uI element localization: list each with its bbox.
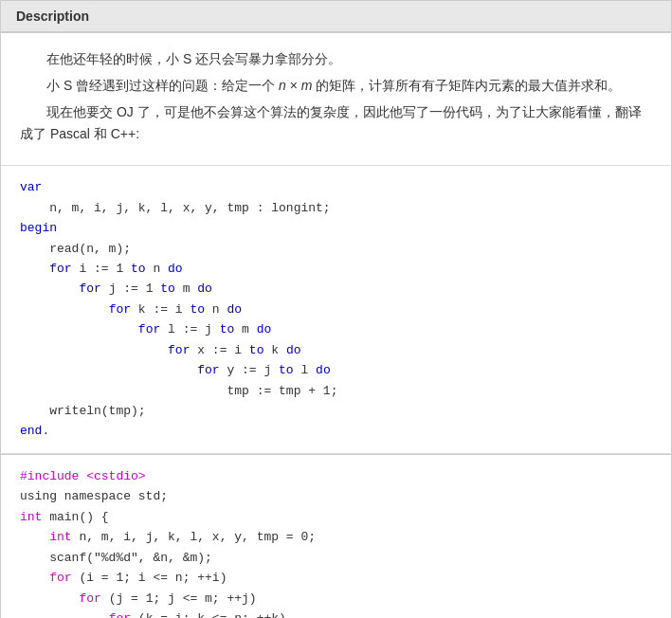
text-section: 在他还年轻的时候，小 S 还只会写暴力拿部分分。 小 S 曾经遇到过这样的问题：… <box>1 33 671 166</box>
description-header: Description <box>0 0 672 32</box>
para2: 小 S 曾经遇到过这样的问题：给定一个 n × m 的矩阵，计算所有有子矩阵内元… <box>20 75 652 98</box>
cpp-code-section: #include <cstdio> using namespace std; i… <box>1 455 671 618</box>
content-area: 在他还年轻的时候，小 S 还只会写暴力拿部分分。 小 S 曾经遇到过这样的问题：… <box>0 32 672 618</box>
para3: 现在他要交 OJ 了，可是他不会算这个算法的复杂度，因此他写了一份代码，为了让大… <box>20 101 652 147</box>
pascal-code-section: var n, m, i, j, k, l, x, y, tmp : longin… <box>1 166 671 454</box>
pascal-code-block: var n, m, i, j, k, l, x, y, tmp : longin… <box>20 177 652 442</box>
para1: 在他还年轻的时候，小 S 还只会写暴力拿部分分。 <box>20 48 652 71</box>
description-title: Description <box>16 9 89 24</box>
page-container: Description 在他还年轻的时候，小 S 还只会写暴力拿部分分。 小 S… <box>0 0 672 618</box>
cpp-code-block: #include <cstdio> using namespace std; i… <box>20 466 652 618</box>
